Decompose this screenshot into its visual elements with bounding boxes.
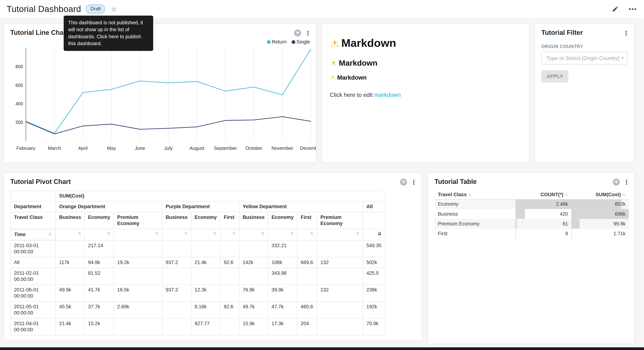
count-cell: 9 xyxy=(516,229,571,238)
tutorial-table: Travel Class⇅COUNT(*)⇅SUM(Cost)⇅Economy2… xyxy=(434,190,629,238)
pivot-cell xyxy=(114,268,162,285)
publish-tooltip[interactable]: This dashboard is not published, it will… xyxy=(64,16,153,51)
svg-text:February: February xyxy=(16,146,35,151)
markdown-h2: Markdown xyxy=(330,59,521,68)
more-options-icon[interactable]: ⋯ xyxy=(628,5,636,13)
pivot-sort-button[interactable]: ⇅ xyxy=(56,229,84,240)
pivot-cell: 669.6 xyxy=(297,257,317,268)
pivot-col-header: Business xyxy=(162,212,191,229)
pivot-corner-cell xyxy=(10,191,56,202)
pivot-chart-card: Tutorial Pivot Chart ⋮ SUM(Cost)Depa xyxy=(3,172,422,341)
pivot-cell xyxy=(162,318,191,335)
table-row[interactable]: Premium Economy6199.8k xyxy=(434,219,629,229)
pivot-cell: 19.2k xyxy=(114,257,162,268)
pivot-row: 2011-03-01 00:00:00217.14332.21549.35 xyxy=(10,240,385,257)
count-cell: 2.46k xyxy=(516,199,571,209)
column-header-sum-cost[interactable]: SUM(Cost)⇅ xyxy=(571,190,629,199)
pivot-time-header[interactable]: Time⇅ xyxy=(10,229,56,240)
pivot-cell: 92.6 xyxy=(220,257,239,268)
favorite-star-icon[interactable]: ☆ xyxy=(111,5,117,13)
pivot-cell: 49.9k xyxy=(56,285,84,302)
edit-pencil-icon[interactable] xyxy=(612,6,618,12)
origin-country-label: ORIGIN COUNTRY xyxy=(541,44,628,49)
travel-class-cell: Business xyxy=(434,209,516,219)
table-row[interactable]: Business420696k xyxy=(434,209,629,219)
filter-funnel-icon[interactable] xyxy=(613,178,620,185)
dashboard-title: Tutorial Dashboard xyxy=(6,4,81,14)
pivot-cell xyxy=(317,302,363,318)
svg-text:October: October xyxy=(246,146,262,151)
draft-badge[interactable]: Draft xyxy=(86,4,105,14)
pivot-sort-button[interactable]: ⇅ xyxy=(191,229,220,240)
pivot-group-header: Orange Department xyxy=(56,202,162,212)
pivot-sort-button[interactable]: ⇅ xyxy=(268,229,297,240)
filter-card-title: Tutorial Filter xyxy=(541,29,583,37)
chart-menu-icon[interactable]: ⋮ xyxy=(624,179,630,185)
pivot-cell xyxy=(114,240,162,257)
filter-menu-icon[interactable]: ⋮ xyxy=(623,30,629,36)
table-row[interactable]: First91.71k xyxy=(434,229,629,238)
svg-text:400: 400 xyxy=(16,101,23,106)
pivot-cell: 21.4k xyxy=(191,257,220,268)
pivot-sort-button[interactable]: ⇅ xyxy=(114,229,162,240)
pivot-col-header xyxy=(363,212,385,229)
column-header-count[interactable]: COUNT(*)⇅ xyxy=(516,190,571,199)
pivot-cell: 238k xyxy=(363,285,385,302)
sum-cost-bar xyxy=(571,219,580,229)
pivot-cell: 49.7k xyxy=(239,302,268,318)
pivot-table: SUM(Cost)DepartmentOrange DepartmentPurp… xyxy=(10,190,385,336)
pivot-cell: 106k xyxy=(268,257,297,268)
pivot-cell: 17.3k xyxy=(268,318,297,335)
pivot-cell: 8.16k xyxy=(191,302,220,318)
svg-text:November: November xyxy=(272,146,293,151)
svg-text:800: 800 xyxy=(16,64,23,69)
pivot-cell: 41.7k xyxy=(84,285,114,302)
pivot-cell xyxy=(114,318,162,335)
line-chart-title: Tutorial Line Chart xyxy=(10,29,68,37)
pivot-sort-button[interactable]: ⇅ xyxy=(84,229,114,240)
origin-country-select[interactable]: Type or Select [Origin Country] ▾ xyxy=(541,52,628,64)
apply-button[interactable]: APPLY xyxy=(541,70,568,82)
filter-funnel-icon[interactable] xyxy=(400,178,407,185)
legend-item[interactable]: Return xyxy=(267,39,287,45)
pivot-cell xyxy=(56,240,84,257)
filter-funnel-icon[interactable] xyxy=(294,30,301,36)
pivot-col-header: Business xyxy=(56,212,84,229)
pivot-col-header: First xyxy=(297,212,317,229)
pivot-cell: 15.9k xyxy=(239,318,268,335)
pivot-cell: 12.3k xyxy=(191,285,220,302)
pivot-sort-button[interactable]: ⇅ xyxy=(297,229,317,240)
pivot-cell: 15.2k xyxy=(84,318,114,335)
sparkles-icon xyxy=(330,75,336,80)
line-chart[interactable]: 200400600800FebruaryMarchAprilMayJuneJul… xyxy=(7,46,316,157)
pivot-row-label: 2011-03-01 00:00:00 xyxy=(10,240,56,257)
pivot-sort-button[interactable]: ⇅ xyxy=(239,229,268,240)
pivot-cell xyxy=(239,240,268,257)
pivot-metric-header: SUM(Cost) xyxy=(56,191,385,202)
legend-item[interactable]: Single xyxy=(292,39,310,45)
chart-menu-icon[interactable]: ⋮ xyxy=(305,30,311,36)
pivot-cell: 45.5k xyxy=(56,302,84,318)
dashboard-grid: Tutorial Line Chart ⋮ ReturnSingle 20040… xyxy=(0,18,644,344)
column-header-travel-class[interactable]: Travel Class⇅ xyxy=(434,190,516,199)
chart-menu-icon[interactable]: ⋮ xyxy=(411,179,417,185)
edit-markdown-link[interactable]: markdown xyxy=(374,92,401,98)
pivot-sort-button[interactable]: ⇅ xyxy=(162,229,191,240)
pivot-sort-button[interactable]: ⇅ xyxy=(317,229,363,240)
pivot-sort-button[interactable]: ⇅ xyxy=(220,229,239,240)
sum-cost-cell: 602k xyxy=(571,199,629,209)
pivot-cell: 332.21 xyxy=(268,240,297,257)
pivot-card-title: Tutorial Pivot Chart xyxy=(10,178,71,186)
pivot-cell: 2.69k xyxy=(114,302,162,318)
pivot-sort-button[interactable]: ⇊ xyxy=(363,229,385,240)
pivot-cell xyxy=(239,268,268,285)
table-row[interactable]: Economy2.46k602k xyxy=(434,199,629,209)
pivot-cell: 937.2 xyxy=(162,285,191,302)
sum-cost-bar xyxy=(571,199,621,209)
pivot-cell: 937.2 xyxy=(162,257,191,268)
pivot-cell xyxy=(220,318,239,335)
pivot-cell: 39.9k xyxy=(268,285,297,302)
sum-cost-cell: 696k xyxy=(571,209,629,219)
sparkles-icon xyxy=(330,38,340,48)
pivot-cell: 502k xyxy=(363,257,385,268)
